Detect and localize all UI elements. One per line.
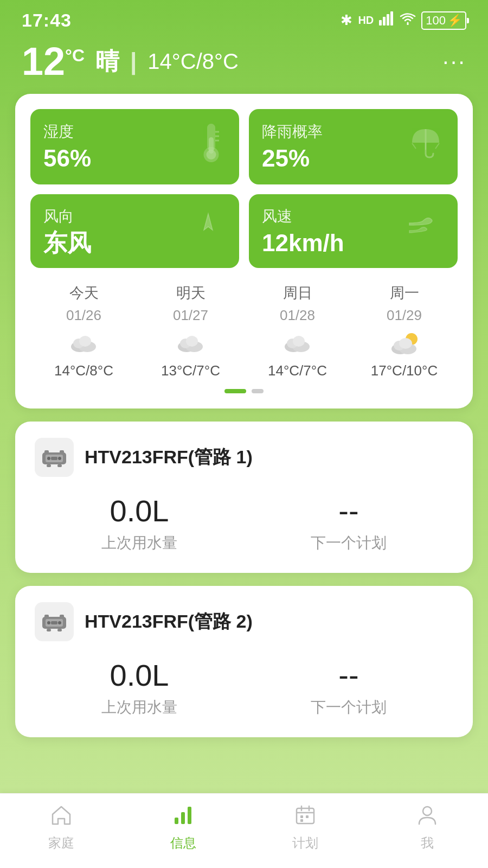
- nav-item-plan[interactable]: 计划: [273, 805, 338, 852]
- device-1-plan-label: 下一个计划: [311, 533, 387, 553]
- current-temperature: 12°C: [22, 42, 85, 81]
- nav-home-label: 家庭: [48, 834, 74, 852]
- svg-line-13: [435, 143, 439, 149]
- day-1-icon: [65, 328, 103, 358]
- svg-point-19: [79, 336, 91, 347]
- device-1-water-value: 0.0L: [110, 493, 169, 528]
- weather-condition: 晴: [95, 46, 119, 78]
- wind-speed-value: 12km/h: [262, 230, 344, 256]
- day-4-date: 01/29: [387, 307, 422, 324]
- status-bar: 17:43 ✱ HD 100: [0, 0, 488, 36]
- svg-rect-53: [188, 807, 191, 824]
- day-4-icon: [386, 328, 423, 358]
- device-1-next-plan: -- 下一个计划: [244, 493, 453, 553]
- svg-line-12: [412, 143, 416, 149]
- device-card-1[interactable]: HTV213FRF(管路 1) 0.0L 上次用水量 -- 下一个计划: [15, 422, 473, 573]
- nav-item-me[interactable]: 我: [395, 805, 460, 852]
- bluetooth-icon: ✱: [341, 12, 352, 29]
- svg-rect-51: [175, 818, 178, 824]
- wind-dir-label: 风向: [43, 206, 91, 227]
- device-1-water-label: 上次用水量: [101, 533, 177, 553]
- svg-rect-44: [44, 615, 49, 618]
- humidity-value: 56%: [43, 145, 91, 171]
- day-1-name: 今天: [69, 283, 99, 303]
- rain-label: 降雨概率: [262, 122, 323, 142]
- forecast-day-1: 今天 01/26 14°C/8°C: [30, 283, 137, 379]
- wifi-icon: [400, 12, 416, 29]
- day-1-date: 01/26: [66, 307, 101, 324]
- device-2-header: HTV213FRF(管路 2): [35, 602, 453, 641]
- device-1-stats: 0.0L 上次用水量 -- 下一个计划: [35, 493, 453, 553]
- day-3-icon: [279, 328, 317, 358]
- device-2-plan-label: 下一个计划: [311, 697, 387, 718]
- person-icon: [417, 805, 438, 830]
- svg-rect-0: [379, 20, 382, 25]
- day-4-name: 周一: [390, 283, 419, 303]
- svg-rect-40: [47, 464, 51, 467]
- svg-rect-58: [300, 815, 303, 818]
- calendar-icon: [295, 805, 316, 830]
- device-1-plan-value: --: [338, 493, 358, 528]
- compass-icon: [191, 209, 226, 253]
- temp-range: 14°C/8°C: [147, 49, 239, 74]
- day-2-date: 01/27: [173, 307, 208, 324]
- day-3-temp: 14°C/7°C: [268, 362, 327, 379]
- svg-point-61: [423, 807, 432, 815]
- wind-dir-value: 东风: [43, 230, 91, 256]
- svg-rect-3: [390, 11, 393, 25]
- day-1-temp: 14°C/8°C: [54, 362, 113, 379]
- forecast-row: 今天 01/26 14°C/8°C 明天 01/27: [30, 283, 458, 379]
- svg-point-47: [58, 621, 61, 624]
- nav-plan-label: 计划: [292, 834, 318, 852]
- forecast-day-3: 周日 01/28 14°C/7°C: [244, 283, 351, 379]
- stats-grid: 湿度 56% 降雨: [30, 109, 458, 268]
- day-4-temp: 17°C/10°C: [371, 362, 438, 379]
- dot-2: [252, 389, 264, 393]
- nav-item-info[interactable]: 信息: [151, 805, 216, 852]
- wind-dir-card: 风向 东风: [30, 194, 239, 268]
- svg-rect-1: [383, 17, 386, 25]
- svg-rect-48: [51, 621, 57, 624]
- humidity-info: 湿度 56%: [43, 122, 91, 171]
- svg-point-23: [186, 336, 198, 347]
- nav-item-home[interactable]: 家庭: [29, 805, 94, 852]
- device-1-name: HTV213FRF(管路 1): [85, 445, 253, 470]
- svg-rect-50: [57, 629, 62, 631]
- wind-icon: [407, 211, 445, 251]
- dot-1: [224, 389, 246, 393]
- svg-marker-15: [204, 214, 213, 230]
- svg-rect-36: [60, 450, 64, 454]
- device-2-next-plan: -- 下一个计划: [244, 658, 453, 718]
- chart-icon: [172, 805, 194, 830]
- svg-point-38: [58, 457, 61, 460]
- svg-point-46: [47, 621, 50, 624]
- svg-rect-2: [387, 14, 389, 25]
- home-icon: [50, 805, 72, 830]
- more-options-button[interactable]: ···: [442, 48, 466, 74]
- device-1-icon: [35, 438, 74, 477]
- wind-speed-info: 风速 12km/h: [262, 206, 344, 256]
- device-1-header: HTV213FRF(管路 1): [35, 438, 453, 477]
- device-1-water-usage: 0.0L 上次用水量: [35, 493, 244, 553]
- svg-rect-52: [181, 812, 185, 824]
- svg-rect-49: [47, 629, 51, 631]
- weather-main-info: 12°C 晴 | 14°C/8°C: [22, 42, 239, 81]
- signal-icon: [379, 11, 394, 29]
- bottom-nav: 家庭 信息 计划: [0, 793, 488, 868]
- device-card-2[interactable]: HTV213FRF(管路 2) 0.0L 上次用水量 -- 下一个计划: [15, 586, 473, 737]
- wind-speed-label: 风速: [262, 206, 344, 227]
- battery-level: 100: [426, 14, 446, 28]
- svg-rect-39: [51, 457, 57, 460]
- rain-value: 25%: [262, 145, 323, 171]
- device-2-icon: [35, 602, 74, 641]
- wind-dir-info: 风向 东风: [43, 206, 91, 256]
- pagination-dots: [30, 389, 458, 393]
- device-2-plan-value: --: [338, 658, 358, 693]
- nav-me-label: 我: [421, 834, 434, 852]
- battery-lightning: ⚡: [447, 14, 462, 28]
- svg-rect-41: [57, 464, 62, 467]
- device-2-stats: 0.0L 上次用水量 -- 下一个计划: [35, 658, 453, 718]
- nav-info-label: 信息: [170, 834, 196, 852]
- svg-point-27: [293, 336, 305, 347]
- forecast-day-2: 明天 01/27 13°C/7°C: [137, 283, 244, 379]
